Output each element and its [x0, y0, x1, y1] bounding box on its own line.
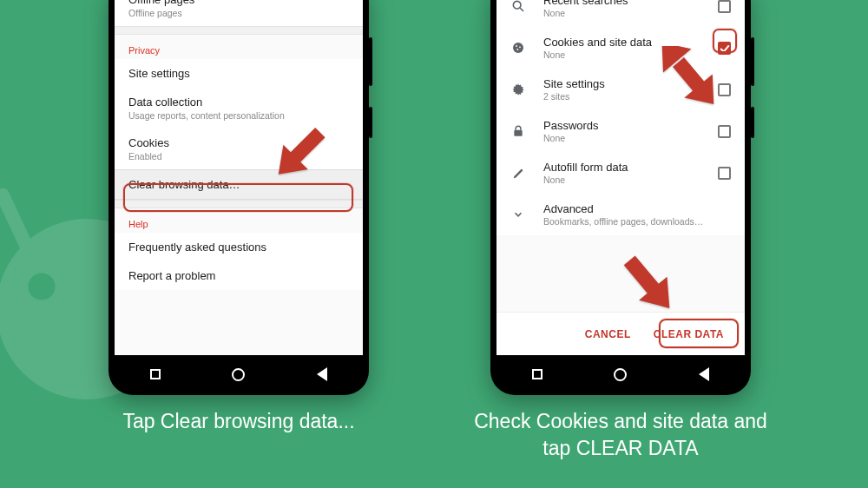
cookie-icon — [509, 41, 528, 55]
row-title: Clear browsing data… — [128, 178, 349, 191]
clear-browsing-data-row[interactable]: Clear browsing data… — [115, 169, 363, 200]
back-icon[interactable] — [699, 367, 709, 381]
svg-rect-17 — [624, 255, 661, 295]
cancel-button[interactable]: CANCEL — [575, 321, 641, 347]
svg-point-11 — [516, 49, 518, 50]
row-sub: None — [543, 49, 718, 60]
left-phone-mockup: Offline pages Offline pages Privacy Site… — [108, 0, 369, 395]
row-title: Report a problem — [128, 269, 349, 282]
row-title: Autofill form data — [543, 161, 718, 174]
svg-point-8 — [513, 43, 523, 53]
android-navbar — [115, 355, 363, 393]
svg-point-10 — [519, 46, 521, 48]
android-navbar — [496, 355, 745, 393]
svg-line-7 — [520, 8, 523, 11]
dialog-actions: CANCEL CLEAR DATA — [496, 312, 745, 355]
row-title: Site settings — [543, 77, 718, 90]
svg-point-9 — [516, 45, 517, 47]
right-phone-mockup: Recent searchesNone Cookies and site dat… — [490, 0, 751, 395]
right-screen: Recent searchesNone Cookies and site dat… — [496, 0, 745, 355]
row-title: Recent searches — [543, 0, 718, 7]
autofill-row[interactable]: Autofill form dataNone — [496, 152, 745, 194]
faq-row[interactable]: Frequently asked questions — [115, 233, 363, 261]
checkbox[interactable] — [718, 0, 731, 13]
help-header: Help — [115, 208, 363, 233]
cookies-site-data-row[interactable]: Cookies and site dataNone — [496, 27, 745, 69]
row-title: Passwords — [543, 119, 718, 132]
row-sub: None — [543, 8, 718, 18]
offline-pages-row[interactable]: Offline pages Offline pages — [115, 0, 363, 26]
row-sub: None — [543, 133, 718, 143]
row-title: Advanced — [543, 202, 731, 215]
gear-icon — [509, 82, 528, 96]
caption-left: Tap Clear browsing data... — [108, 408, 369, 435]
checkbox[interactable] — [718, 125, 731, 138]
passwords-row[interactable]: PasswordsNone — [496, 110, 745, 152]
left-screen: Offline pages Offline pages Privacy Site… — [115, 0, 363, 355]
advanced-row[interactable]: AdvancedBookmarks, offline pages, downlo… — [496, 194, 745, 235]
svg-rect-13 — [514, 130, 522, 136]
back-icon[interactable] — [317, 367, 327, 381]
svg-point-6 — [513, 1, 521, 9]
row-title: Data collection — [128, 96, 349, 109]
home-icon[interactable] — [614, 368, 627, 381]
divider — [115, 26, 363, 35]
row-sub: 2 sites — [543, 91, 718, 102]
checkbox[interactable] — [718, 83, 731, 96]
search-icon — [509, 0, 528, 13]
site-settings-row[interactable]: Site settings — [115, 59, 363, 88]
row-title: Cookies — [128, 136, 349, 149]
row-sub: Usage reports, content personalization — [128, 110, 349, 121]
row-title: Site settings — [128, 67, 349, 80]
caption-right: Check Cookies and site data and tap CLEA… — [473, 408, 768, 462]
recents-icon[interactable] — [150, 369, 161, 379]
divider — [115, 200, 363, 208]
cookies-row[interactable]: Cookies Enabled — [115, 129, 363, 169]
checkbox-checked[interactable] — [718, 42, 731, 55]
clear-data-button[interactable]: CLEAR DATA — [643, 321, 734, 347]
data-collection-row[interactable]: Data collection Usage reports, content p… — [115, 88, 363, 129]
site-settings-row[interactable]: Site settings2 sites — [496, 69, 745, 110]
pencil-icon — [509, 167, 528, 180]
row-title: Frequently asked questions — [128, 241, 349, 254]
row-title: Offline pages — [128, 0, 349, 6]
row-sub: Offline pages — [128, 8, 349, 18]
recent-searches-row[interactable]: Recent searchesNone — [496, 0, 745, 27]
privacy-header: Privacy — [115, 35, 363, 59]
checkbox[interactable] — [718, 167, 731, 180]
report-problem-row[interactable]: Report a problem — [115, 261, 363, 290]
recents-icon[interactable] — [532, 369, 542, 379]
svg-point-1 — [28, 273, 55, 300]
lock-icon — [509, 124, 528, 138]
row-title: Cookies and site data — [543, 36, 718, 49]
row-sub: Bookmarks, offline pages, downloads… — [543, 216, 731, 227]
row-sub: None — [543, 175, 718, 185]
home-icon[interactable] — [232, 368, 245, 381]
chevron-down-icon — [509, 208, 528, 221]
row-sub: Enabled — [128, 151, 349, 162]
